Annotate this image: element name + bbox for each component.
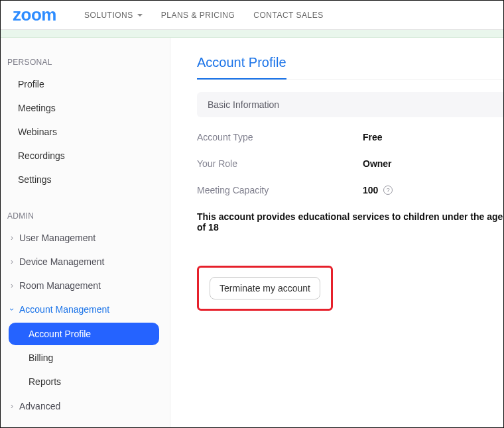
main-content: Account Profile Basic Information Accoun…: [170, 38, 503, 427]
sidebar-item-label: User Management: [19, 233, 95, 243]
sidebar-item-meetings[interactable]: Meetings: [1, 96, 170, 120]
chevron-down-icon: ›: [7, 305, 17, 314]
zoom-logo[interactable]: zoom: [13, 5, 56, 25]
sidebar-item-label: Device Management: [19, 256, 104, 267]
capacity-number: 100: [363, 185, 378, 195]
row-meeting-capacity: Meeting Capacity 100 ?: [197, 185, 503, 195]
terminate-account-button[interactable]: Terminate my account: [210, 277, 320, 299]
meeting-capacity-label: Meeting Capacity: [197, 185, 363, 195]
row-your-role: Your Role Owner: [197, 158, 503, 169]
your-role-label: Your Role: [197, 158, 363, 169]
page-title: Account Profile: [197, 55, 286, 80]
sidebar-section-admin: ADMIN: [1, 203, 170, 226]
sidebar-item-user-management[interactable]: › User Management: [1, 226, 170, 250]
nav-solutions-label: SOLUTIONS: [84, 11, 133, 20]
sidebar-item-account-management[interactable]: › Account Management: [1, 297, 170, 321]
nav-plans-pricing[interactable]: PLANS & PRICING: [161, 11, 235, 20]
nav-contact-sales[interactable]: CONTACT SALES: [253, 11, 323, 20]
sidebar-subitem-billing[interactable]: Billing: [9, 347, 159, 369]
sidebar-item-room-management[interactable]: › Room Management: [1, 274, 170, 297]
top-header: zoom SOLUTIONS PLANS & PRICING CONTACT S…: [1, 1, 503, 30]
highlight-box: Terminate my account: [197, 266, 333, 311]
sidebar: PERSONAL Profile Meetings Webinars Recor…: [1, 38, 170, 427]
your-role-value: Owner: [363, 158, 392, 169]
notification-banner: [1, 30, 503, 38]
sidebar-item-recordings[interactable]: Recordings: [1, 144, 170, 168]
sidebar-item-profile[interactable]: Profile: [1, 72, 170, 96]
sidebar-subitem-account-profile[interactable]: Account Profile: [9, 323, 159, 345]
help-icon[interactable]: ?: [383, 186, 393, 195]
sidebar-item-webinars[interactable]: Webinars: [1, 120, 170, 144]
sidebar-item-label: Room Management: [19, 280, 101, 291]
nav-solutions[interactable]: SOLUTIONS: [84, 11, 143, 20]
chevron-right-icon: ›: [7, 233, 17, 242]
chevron-right-icon: ›: [7, 257, 17, 266]
sidebar-item-label: Account Management: [19, 304, 109, 315]
caret-down-icon: [137, 14, 143, 17]
row-account-type: Account Type Free: [197, 132, 503, 142]
meeting-capacity-value: 100 ?: [363, 185, 393, 195]
sidebar-subitem-reports[interactable]: Reports: [9, 370, 159, 393]
account-note: This account provides educational servic…: [197, 211, 503, 233]
account-type-label: Account Type: [197, 132, 363, 142]
account-type-value: Free: [363, 132, 383, 142]
sidebar-item-label: Advanced: [19, 401, 60, 411]
chevron-right-icon: ›: [7, 401, 17, 411]
sidebar-item-device-management[interactable]: › Device Management: [1, 250, 170, 274]
sidebar-item-advanced[interactable]: › Advanced: [1, 394, 170, 418]
sidebar-item-settings[interactable]: Settings: [1, 168, 170, 191]
chevron-right-icon: ›: [7, 281, 17, 290]
panel-header-basic-info: Basic Information: [197, 92, 503, 117]
sidebar-section-personal: PERSONAL: [1, 50, 170, 72]
